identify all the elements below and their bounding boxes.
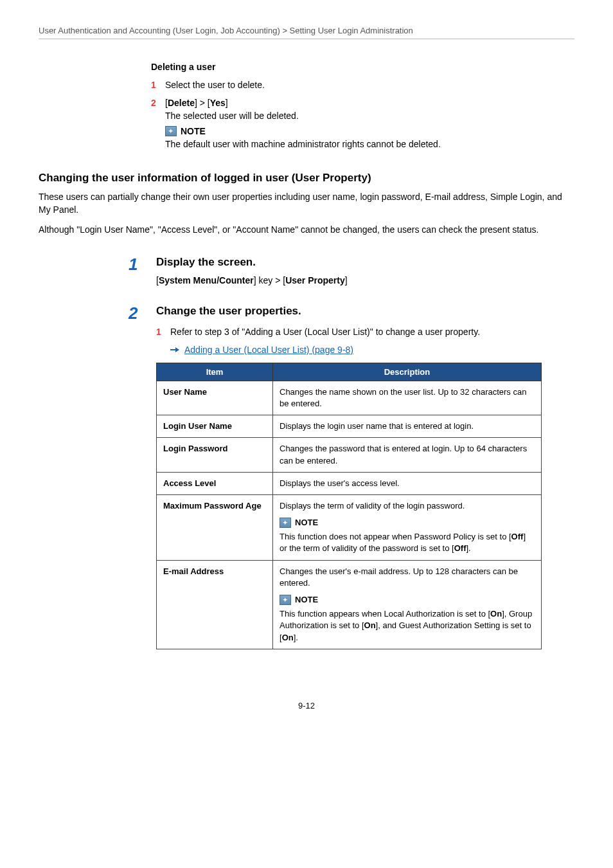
note-label: NOTE xyxy=(181,126,206,136)
changing-user-info-heading: Changing the user information of logged … xyxy=(39,172,574,185)
note-text: The default user with machine administra… xyxy=(165,139,574,149)
step-number-1: 1 xyxy=(151,80,159,90)
step-2-body: The selected user will be deleted. xyxy=(165,111,574,121)
step-1-text: Select the user to delete. xyxy=(165,80,265,90)
cell-login-password-desc: Changes the password that is entered at … xyxy=(273,438,542,472)
para-2: Although "Login User Name", "Access Leve… xyxy=(39,224,574,237)
note-icon: ✦ xyxy=(165,126,177,136)
cell-email: E-mail Address xyxy=(157,560,273,649)
para-1: These users can partially change their o… xyxy=(39,191,574,216)
step-2-text: [Delete] > [Yes] xyxy=(165,98,228,108)
cell-max-password-age-desc: Displays the term of validity of the log… xyxy=(273,494,542,560)
email-note-text: This function appears when Local Authori… xyxy=(280,608,535,644)
max-age-note-text: This function does not appear when Passw… xyxy=(280,531,535,554)
cell-user-name: User Name xyxy=(157,381,273,415)
big-step-1-title: Display the screen. xyxy=(156,256,574,269)
col-item: Item xyxy=(157,363,273,381)
big-step-1-number: 1 xyxy=(129,256,145,285)
note-icon: ✦ xyxy=(280,518,291,528)
note-label: NOTE xyxy=(295,517,318,529)
sub-step-1-text: Refer to step 3 of "Adding a User (Local… xyxy=(170,327,480,337)
cell-login-password: Login Password xyxy=(157,438,273,472)
deleting-user-heading: Deleting a user xyxy=(151,62,574,72)
sub-step-1-number: 1 xyxy=(156,327,164,337)
big-step-1-body: [System Menu/Counter] key > [User Proper… xyxy=(156,275,574,285)
max-age-text: Displays the term of validity of the log… xyxy=(280,501,465,511)
cell-email-desc: Changes the user's e-mail address. Up to… xyxy=(273,560,542,649)
cell-max-password-age: Maximum Password Age xyxy=(157,494,273,560)
page-number: 9-12 xyxy=(39,701,574,710)
note-label: NOTE xyxy=(295,594,318,606)
cell-login-user-name: Login User Name xyxy=(157,415,273,438)
note-icon: ✦ xyxy=(280,595,291,605)
cell-user-name-desc: Changes the name shown on the user list.… xyxy=(273,381,542,415)
cell-access-level: Access Level xyxy=(157,472,273,494)
table-row: Login Password Changes the password that… xyxy=(157,438,542,472)
step-number-2: 2 xyxy=(151,98,159,108)
table-row: Maximum Password Age Displays the term o… xyxy=(157,494,542,560)
breadcrumb: User Authentication and Accounting (User… xyxy=(39,26,574,39)
table-row: Login User Name Displays the login user … xyxy=(157,415,542,438)
big-step-2-title: Change the user properties. xyxy=(156,305,574,318)
big-step-2-number: 2 xyxy=(129,305,145,649)
table-row: E-mail Address Changes the user's e-mail… xyxy=(157,560,542,649)
cell-access-level-desc: Displays the user's access level. xyxy=(273,472,542,494)
cell-login-user-name-desc: Displays the login user name that is ent… xyxy=(273,415,542,438)
svg-marker-0 xyxy=(170,347,179,352)
email-text: Changes the user's e-mail address. Up to… xyxy=(280,566,518,588)
table-row: Access Level Displays the user's access … xyxy=(157,472,542,494)
table-row: User Name Changes the name shown on the … xyxy=(157,381,542,415)
arrow-right-icon xyxy=(170,347,179,353)
adding-user-link[interactable]: Adding a User (Local User List) (page 9-… xyxy=(184,345,353,355)
user-properties-table: Item Description User Name Changes the n… xyxy=(156,363,542,649)
col-description: Description xyxy=(273,363,542,381)
